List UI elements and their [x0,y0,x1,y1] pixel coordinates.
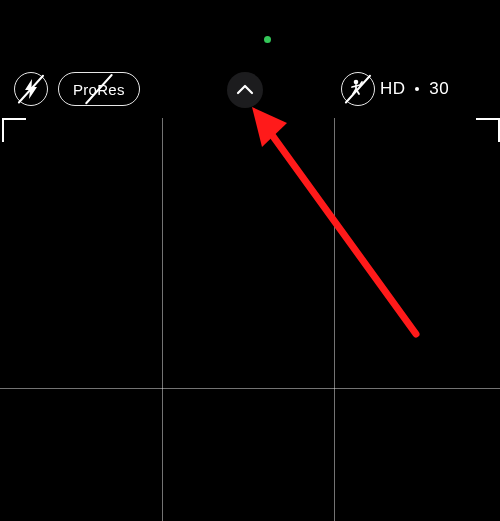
viewfinder-bracket [2,118,26,142]
video-format-controls: HD 30 [380,70,500,108]
flash-off-icon [23,79,39,99]
viewfinder-gridline [162,118,163,521]
chevron-up-icon [236,81,254,99]
prores-toggle-button[interactable]: ProRes [58,72,140,106]
svg-marker-2 [252,107,287,147]
svg-point-0 [354,80,359,85]
viewfinder-gridline [334,118,335,521]
viewfinder-gridline [0,388,500,389]
action-mode-icon [348,77,368,101]
separator-dot [415,87,419,91]
svg-line-1 [267,128,416,334]
camera-top-toolbar: ProRes HD 30 [0,70,500,110]
prores-label: ProRes [73,81,125,98]
camera-screen: ProRes HD 30 [0,0,500,521]
resolution-button[interactable]: HD [380,79,405,99]
flash-toggle-button[interactable] [14,72,48,106]
camera-privacy-dot [264,36,271,43]
action-mode-button[interactable] [341,72,375,106]
fps-button[interactable]: 30 [429,79,449,99]
expand-controls-button[interactable] [227,72,263,108]
viewfinder-bracket [476,118,500,142]
